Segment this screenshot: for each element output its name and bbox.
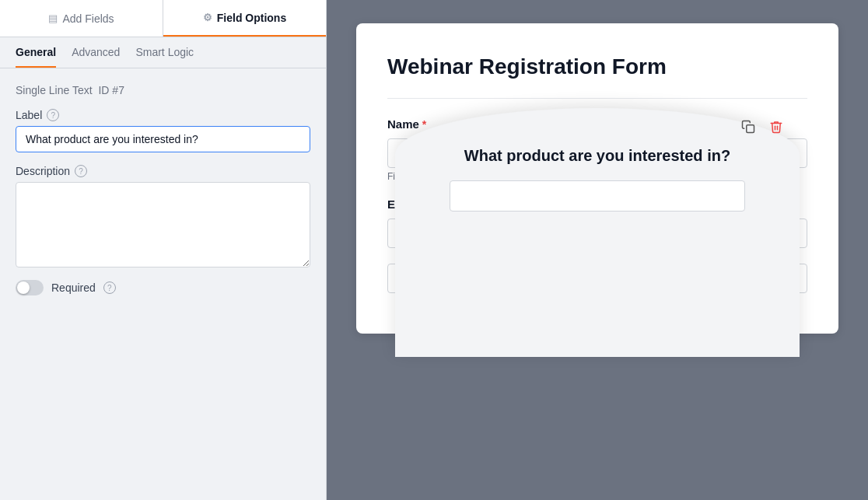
sub-tabs: General Advanced Smart Logic	[0, 37, 326, 68]
curve-overlay: What product are you interested in?	[395, 108, 800, 357]
field-type-label: Single Line Text ID #7	[16, 84, 310, 96]
add-fields-icon: ▤	[48, 12, 58, 24]
curve-field-title: What product are you interested in?	[464, 147, 730, 165]
form-divider	[387, 98, 807, 99]
tab-add-fields[interactable]: ▤ Add Fields	[0, 0, 163, 37]
field-actions	[737, 116, 787, 138]
name-required-star: *	[422, 118, 426, 131]
left-panel: ▤ Add Fields ⚙ Field Options General Adv…	[0, 0, 327, 500]
tab-advanced[interactable]: Advanced	[72, 37, 120, 68]
top-tabs: ▤ Add Fields ⚙ Field Options	[0, 0, 326, 37]
label-label: Label ?	[16, 109, 310, 121]
copy-icon[interactable]	[737, 116, 759, 138]
toggle-thumb	[17, 281, 30, 294]
right-panel: Webinar Registration Form Name * First L…	[327, 0, 868, 500]
description-label: Description ?	[16, 165, 310, 177]
form-title: Webinar Registration Form	[387, 54, 807, 79]
field-options-icon: ⚙	[203, 12, 212, 23]
label-group: Label ?	[16, 109, 310, 152]
svg-rect-0	[747, 125, 754, 133]
description-help-icon[interactable]: ?	[75, 165, 87, 177]
delete-icon[interactable]	[765, 116, 787, 138]
tab-general[interactable]: General	[16, 37, 56, 68]
required-row: Required ?	[16, 280, 310, 295]
required-label: Required	[51, 281, 96, 294]
label-help-icon[interactable]: ?	[47, 109, 59, 121]
required-toggle[interactable]	[16, 280, 44, 295]
description-textarea[interactable]	[16, 182, 310, 267]
required-help-icon[interactable]: ?	[103, 281, 116, 294]
form-preview: Webinar Registration Form Name * First L…	[356, 23, 838, 334]
curve-field-input[interactable]	[450, 180, 745, 212]
tab-field-options[interactable]: ⚙ Field Options	[163, 0, 326, 37]
tab-smart-logic[interactable]: Smart Logic	[135, 37, 194, 68]
field-options-content: Single Line Text ID #7 Label ? Descripti…	[0, 68, 326, 500]
label-input[interactable]	[16, 126, 310, 152]
description-group: Description ?	[16, 165, 310, 267]
